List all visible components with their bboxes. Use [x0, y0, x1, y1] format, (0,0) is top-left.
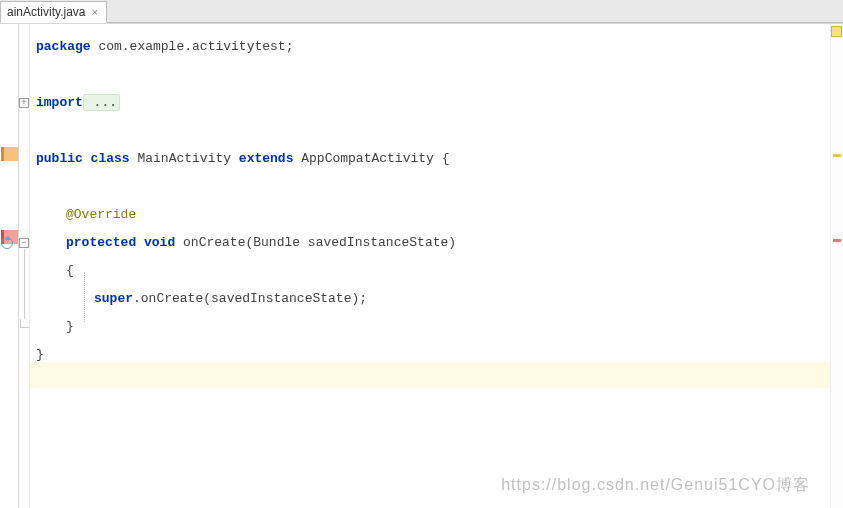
- semicolon: ;: [359, 291, 367, 306]
- annotation-override: @Override: [66, 207, 136, 222]
- semicolon: ;: [286, 39, 294, 54]
- package-name: com.example.activitytest: [91, 39, 286, 54]
- fold-strip: + −: [19, 24, 30, 508]
- watermark-text: https://blog.csdn.net/Genui51CYO博客: [501, 475, 810, 496]
- code-line: protected void onCreate(Bundle savedInst…: [30, 228, 830, 256]
- override-icon[interactable]: [1, 237, 13, 249]
- brace-open: {: [442, 151, 450, 166]
- folded-imports[interactable]: ...: [83, 94, 120, 111]
- keyword-super: super: [94, 291, 133, 306]
- editor: + − package com.example.activitytest; im…: [0, 23, 843, 508]
- code-line: {: [30, 256, 830, 284]
- code-line: @Override: [30, 200, 830, 228]
- gutter: [0, 24, 19, 508]
- indent-guide: [84, 272, 85, 322]
- keyword-protected: protected: [66, 235, 136, 250]
- keyword-void: void: [136, 235, 175, 250]
- strip-error-marker[interactable]: [833, 239, 841, 242]
- close-icon[interactable]: ×: [91, 2, 97, 22]
- fold-toggle-imports[interactable]: +: [19, 98, 29, 108]
- file-tab[interactable]: ainActivity.java ×: [0, 1, 107, 23]
- caret-line-highlight: [30, 362, 830, 388]
- analysis-status-icon[interactable]: [831, 26, 842, 37]
- tab-label: ainActivity.java: [7, 2, 85, 22]
- code-line: super.onCreate(savedInstanceState);: [30, 284, 830, 312]
- code-line: package com.example.activitytest;: [30, 32, 830, 60]
- brace-close: }: [66, 319, 74, 334]
- keyword-package: package: [36, 39, 91, 54]
- blank-line: [30, 60, 830, 88]
- scrollbar-marker-strip[interactable]: [830, 24, 843, 508]
- code-area[interactable]: package com.example.activitytest; import…: [30, 24, 830, 508]
- superclass-name: AppCompatActivity: [293, 151, 441, 166]
- keyword-import: import: [36, 95, 83, 110]
- keyword-class: class: [83, 151, 130, 166]
- code-line: public class MainActivity extends AppCom…: [30, 144, 830, 172]
- keyword-public: public: [36, 151, 83, 166]
- code-line: }: [30, 312, 830, 340]
- code-line: import ...: [30, 88, 830, 116]
- tab-bar: ainActivity.java ×: [0, 0, 843, 23]
- keyword-extends: extends: [239, 151, 294, 166]
- blank-line: [30, 116, 830, 144]
- super-call: .onCreate(savedInstanceState): [133, 291, 359, 306]
- fold-guide-line: [24, 249, 25, 319]
- brace-open: {: [66, 263, 74, 278]
- strip-warning-marker[interactable]: [833, 154, 841, 157]
- brace-close: }: [36, 347, 44, 362]
- fold-toggle-method[interactable]: −: [19, 238, 29, 248]
- class-name: MainActivity: [130, 151, 239, 166]
- blank-line: [30, 172, 830, 200]
- method-signature: onCreate(Bundle savedInstanceState): [175, 235, 456, 250]
- fold-end-marker: [20, 319, 29, 328]
- gutter-warning-marker[interactable]: [1, 147, 18, 161]
